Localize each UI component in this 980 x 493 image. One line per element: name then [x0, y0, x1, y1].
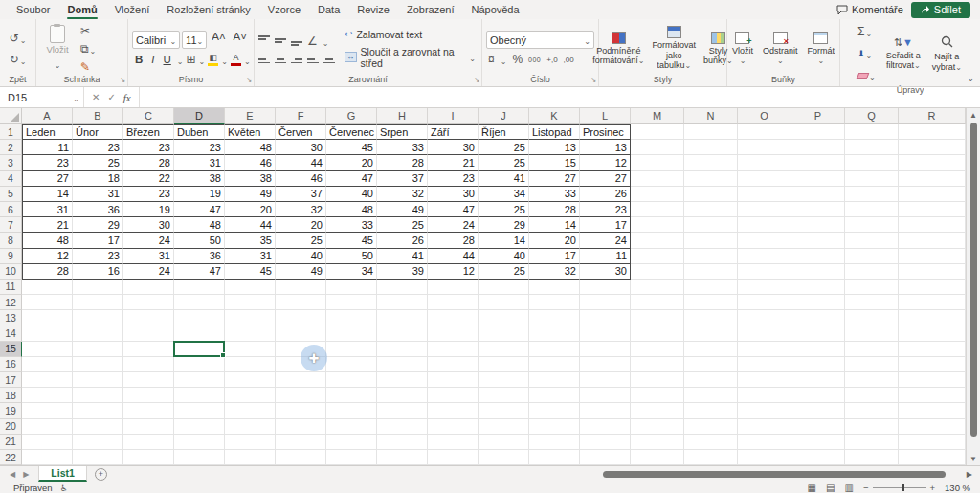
row-header-4[interactable]: 4 [0, 171, 22, 187]
cell-J22[interactable] [479, 450, 529, 465]
cell-H21[interactable] [377, 435, 428, 450]
row-header-6[interactable]: 6 [0, 202, 22, 217]
cell-C13[interactable] [123, 310, 174, 325]
cell-D9[interactable]: 36 [174, 249, 225, 264]
cell-H18[interactable] [377, 388, 428, 403]
cell-A14[interactable] [22, 325, 73, 341]
cell-K14[interactable] [529, 325, 580, 341]
number-dialog-launcher[interactable] [590, 77, 596, 84]
cell-I21[interactable] [428, 435, 479, 450]
cell-I4[interactable]: 23 [428, 171, 479, 187]
cell-E7[interactable]: 44 [225, 217, 276, 233]
cell-G4[interactable]: 47 [326, 171, 377, 187]
clipboard-dialog-launcher[interactable] [120, 77, 125, 84]
cell-N1[interactable] [684, 124, 738, 140]
align-left-icon[interactable] [258, 55, 270, 65]
cell-H7[interactable]: 25 [377, 217, 428, 233]
cell-Q16[interactable] [845, 357, 899, 372]
cell-I6[interactable]: 47 [428, 202, 479, 217]
redo-button[interactable]: ↻ [8, 50, 29, 69]
cell-A12[interactable] [22, 295, 73, 310]
cell-I8[interactable]: 28 [428, 233, 479, 248]
cell-N16[interactable] [684, 357, 738, 372]
cell-F6[interactable]: 32 [276, 202, 326, 217]
cell-K10[interactable]: 32 [529, 264, 580, 280]
cell-J16[interactable] [479, 357, 529, 372]
cell-J12[interactable] [479, 295, 529, 310]
cell-B10[interactable]: 16 [73, 264, 123, 280]
cell-G7[interactable]: 33 [326, 217, 377, 233]
cell-J20[interactable] [479, 419, 529, 435]
column-header-D[interactable]: D [174, 108, 225, 124]
cell-C7[interactable]: 30 [123, 217, 174, 233]
cell-D12[interactable] [174, 295, 225, 310]
cell-Q14[interactable] [845, 325, 899, 341]
cell-D14[interactable] [174, 325, 225, 341]
row-header-11[interactable]: 11 [0, 280, 22, 295]
cell-O22[interactable] [738, 450, 791, 465]
cell-C10[interactable]: 24 [123, 264, 174, 280]
cell-H2[interactable]: 33 [377, 140, 428, 155]
column-header-R[interactable]: R [899, 108, 966, 124]
cell-E5[interactable]: 49 [225, 187, 276, 202]
cell-E14[interactable] [225, 325, 276, 341]
column-header-A[interactable]: A [22, 108, 73, 124]
cell-P20[interactable] [791, 419, 845, 435]
menu-vzorce[interactable]: Vzorce [259, 0, 309, 19]
cell-F19[interactable] [276, 403, 326, 418]
cell-B7[interactable]: 29 [73, 217, 123, 233]
cell-N2[interactable] [684, 140, 738, 155]
collapse-ribbon-icon[interactable]: ⌄ [967, 74, 974, 83]
cell-I19[interactable] [428, 403, 479, 418]
cell-H20[interactable] [377, 419, 428, 435]
cell-G12[interactable] [326, 295, 377, 310]
cell-B2[interactable]: 23 [73, 140, 123, 155]
cell-C15[interactable] [123, 342, 174, 357]
cell-O6[interactable] [738, 202, 791, 217]
cell-O10[interactable] [738, 264, 791, 280]
cell-P9[interactable] [791, 249, 845, 264]
cell-I22[interactable] [428, 450, 479, 465]
comma-style-icon[interactable]: 000 [528, 56, 541, 63]
row-header-2[interactable]: 2 [0, 140, 22, 155]
align-top-icon[interactable] [258, 35, 270, 46]
cell-J19[interactable] [479, 403, 529, 418]
cell-R8[interactable] [899, 233, 966, 248]
cell-A16[interactable] [22, 357, 73, 372]
cell-F21[interactable] [276, 435, 326, 450]
cell-A11[interactable] [22, 280, 73, 295]
column-header-B[interactable]: B [73, 108, 123, 124]
cell-D4[interactable]: 38 [174, 171, 225, 187]
cell-F5[interactable]: 37 [276, 187, 326, 202]
cell-N9[interactable] [684, 249, 738, 264]
cell-K6[interactable]: 28 [529, 202, 580, 217]
cell-M14[interactable] [631, 325, 684, 341]
cell-D19[interactable] [174, 403, 225, 418]
cell-G8[interactable]: 45 [326, 233, 377, 248]
cell-B22[interactable] [73, 450, 123, 465]
cell-O20[interactable] [738, 419, 791, 435]
cell-D11[interactable] [174, 280, 225, 295]
cell-R13[interactable] [899, 310, 966, 325]
cell-O17[interactable] [738, 372, 791, 388]
cell-A5[interactable]: 14 [22, 187, 73, 202]
cell-R16[interactable] [899, 357, 966, 372]
cell-A7[interactable]: 21 [22, 217, 73, 233]
cell-J13[interactable] [479, 310, 529, 325]
cell-N4[interactable] [684, 171, 738, 187]
row-header-12[interactable]: 12 [0, 295, 22, 310]
cell-D7[interactable]: 48 [174, 217, 225, 233]
cell-E19[interactable] [225, 403, 276, 418]
cell-H9[interactable]: 41 [377, 249, 428, 264]
cell-P7[interactable] [791, 217, 845, 233]
cell-P18[interactable] [791, 388, 845, 403]
cell-N8[interactable] [684, 233, 738, 248]
cell-O13[interactable] [738, 310, 791, 325]
cell-K11[interactable] [529, 280, 580, 295]
cell-I18[interactable] [428, 388, 479, 403]
wrap-text-button[interactable]: ↩ Zalamovat text [343, 28, 478, 41]
cell-C22[interactable] [123, 450, 174, 465]
cell-C2[interactable]: 23 [123, 140, 174, 155]
cell-L18[interactable] [580, 388, 631, 403]
select-all-corner[interactable] [0, 108, 22, 124]
